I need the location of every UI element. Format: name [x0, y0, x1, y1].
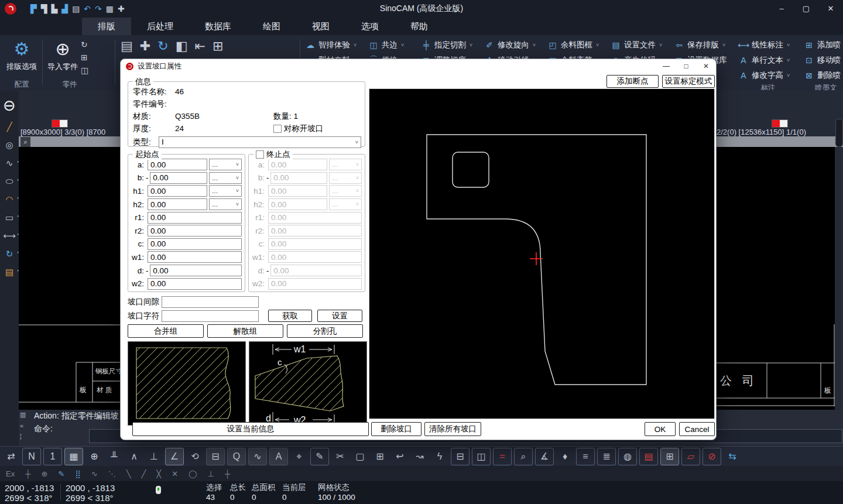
strip-icon[interactable]: ⊞ [213, 39, 223, 54]
bottom-tool-icon[interactable]: ∧ [125, 448, 143, 465]
char-input[interactable] [162, 310, 259, 322]
snap-icon[interactable]: ⋱ [108, 469, 116, 478]
sheet-tab-left[interactable]: [8900x3000] 3/3(0) [8700 [20, 128, 120, 136]
bottom-tool-icon[interactable]: ✎ [310, 448, 329, 465]
ribbon-item[interactable]: ☁智排体验 [304, 37, 363, 53]
snap-icon[interactable]: ╲ [126, 469, 131, 478]
snap-icon[interactable]: ⊕ [41, 469, 47, 478]
bottom-tool-icon[interactable]: ⊟ [451, 448, 470, 465]
start-point-input[interactable]: 0.00 [148, 225, 242, 236]
strip-icon[interactable]: ✚ [140, 39, 150, 54]
draw-tool-icon[interactable]: ↻ [0, 245, 19, 263]
ribbon-tab[interactable]: 数据库 [189, 18, 247, 35]
bottom-tool-icon[interactable]: ⊞ [371, 448, 389, 465]
start-point-input[interactable]: 0.00 [148, 212, 242, 224]
vertical-scrollbar-thumb[interactable] [835, 119, 843, 147]
gap-input[interactable] [162, 296, 259, 308]
snap-icon[interactable]: ◯ [189, 469, 197, 478]
start-point-input[interactable]: 0.00 [150, 265, 242, 276]
window-control-button[interactable]: ✕ [818, 0, 843, 18]
dialog-control-button[interactable]: — [656, 59, 676, 73]
side-icon[interactable]: ⊞ [81, 53, 88, 62]
symmetric-checkbox[interactable] [273, 125, 282, 133]
strip-icon[interactable]: ▤ [121, 39, 133, 54]
dialog-control-button[interactable]: ✕ [696, 59, 716, 73]
layout-options-button[interactable]: ⚙ 排版选项 [4, 37, 40, 72]
window-control-button[interactable]: – [769, 0, 794, 18]
dialog-control-button[interactable]: □ [676, 59, 696, 73]
draw-tool-icon[interactable]: ▤ [0, 263, 19, 281]
bottom-tool-icon[interactable]: ▢ [351, 448, 369, 465]
quick-icon[interactable]: ▦ [106, 4, 114, 13]
bottom-tool-icon[interactable]: ≡ [576, 448, 595, 465]
ribbon-item[interactable]: ⊠删除喷 [803, 68, 843, 83]
quick-icon[interactable]: ↷ [95, 4, 102, 13]
snap-icon[interactable]: ⣿ [75, 469, 81, 478]
command-icon[interactable]: « [20, 422, 26, 429]
ribbon-tab[interactable]: 帮助 [395, 18, 444, 35]
draw-tool-icon[interactable]: ⟷ [0, 227, 19, 245]
draw-tool-icon[interactable]: ╱ [0, 118, 19, 136]
bottom-tool-icon[interactable]: ▱ [681, 448, 700, 465]
snap-icon[interactable]: ✎ [58, 469, 64, 478]
bottom-tool-icon[interactable]: ⊞ [660, 448, 679, 465]
ribbon-item[interactable]: A单行文本 [738, 53, 799, 68]
bottom-tool-icon[interactable]: ∿ [248, 448, 267, 465]
bottom-tool-icon[interactable]: ✂ [331, 448, 349, 465]
bottom-tool-icon[interactable]: ⇆ [724, 448, 741, 465]
cancel-button[interactable]: Cancel [679, 422, 715, 436]
bottom-tool-icon[interactable]: Q [227, 448, 246, 465]
ribbon-item[interactable]: ⊞添加喷 [803, 37, 843, 53]
draw-tool-icon[interactable]: ◠ [0, 190, 19, 208]
bottom-tool-icon[interactable]: ϟ [431, 448, 448, 465]
bottom-tool-icon[interactable]: ⊘ [702, 448, 721, 465]
bottom-tool-icon[interactable]: 1 [43, 448, 62, 465]
sheet-tab-right[interactable]: 2/2(0) [12536x1150] 1/1(0) [717, 128, 806, 136]
set-button[interactable]: 设置 [317, 310, 362, 322]
bottom-tool-icon[interactable]: ⊥ [145, 448, 163, 465]
command-icon[interactable]: ▥ [20, 411, 26, 419]
bevel-edit-canvas[interactable] [369, 88, 715, 419]
ribbon-item[interactable]: ▤设置文件 [610, 37, 669, 53]
bottom-tool-icon[interactable]: ≣ [597, 448, 616, 465]
group-button[interactable]: 解散组 [207, 324, 283, 338]
draw-tool-icon[interactable]: ⊖ [0, 93, 19, 118]
ribbon-item[interactable]: ⟷线性标注 [738, 37, 799, 53]
group-button[interactable]: 合并组 [128, 324, 204, 338]
strip-icon[interactable]: ◧ [176, 39, 188, 54]
magnifier-icon[interactable]: ⌕ [20, 137, 30, 147]
ribbon-item[interactable]: ✐修改旋向 [484, 37, 542, 53]
ribbon-item[interactable]: A修改字高 [738, 68, 799, 83]
bottom-tool-icon[interactable]: ◍ [618, 448, 637, 465]
snap-icon[interactable]: ┼ [25, 469, 30, 478]
bottom-tool-icon[interactable]: ⇄ [2, 448, 20, 465]
start-point-input[interactable]: 0.00 [148, 238, 242, 250]
snap-icon[interactable]: ✕ [172, 469, 178, 478]
sheet-canvas-left[interactable]: 板 钢板尺寸 材 质 [19, 147, 120, 410]
snap-icon[interactable]: Ex [6, 469, 15, 478]
ribbon-tab[interactable]: 绘图 [247, 18, 296, 35]
bottom-tool-icon[interactable]: A [269, 448, 288, 465]
ribbon-tab[interactable]: 视图 [296, 18, 345, 35]
quick-icon[interactable]: ▟ [61, 4, 68, 13]
sheet-canvas-right[interactable]: 公 司 板 [715, 147, 835, 410]
draw-tool-icon[interactable]: ∿ [0, 154, 19, 172]
status-grid-state[interactable]: 网格状态100 / 1000 [318, 482, 355, 502]
quick-icon[interactable]: ▛ [30, 4, 37, 13]
snap-icon[interactable]: ⊥ [208, 469, 214, 478]
bottom-tool-icon[interactable]: N [22, 448, 41, 465]
start-point-input[interactable]: 0.00 [148, 278, 242, 290]
snap-icon[interactable]: ╱ [141, 469, 146, 478]
quick-icon[interactable]: ▤ [72, 4, 80, 13]
strip-icon[interactable]: ↻ [157, 39, 168, 54]
import-part-button[interactable]: ⊕ 导入零件 [44, 37, 81, 72]
start-point-combo[interactable]: ... [209, 172, 242, 184]
snap-icon[interactable]: ╳ [156, 469, 161, 478]
snap-icon[interactable]: ┼ [225, 469, 230, 478]
quick-icon[interactable]: ▙ [52, 4, 58, 13]
bottom-tool-icon[interactable]: ∡ [535, 448, 554, 465]
quick-icon[interactable]: ↶ [84, 4, 91, 13]
draw-tool-icon[interactable]: ◎ [0, 136, 19, 154]
ribbon-tab[interactable]: 排版 [82, 18, 131, 35]
start-point-combo[interactable]: ... [209, 185, 242, 197]
